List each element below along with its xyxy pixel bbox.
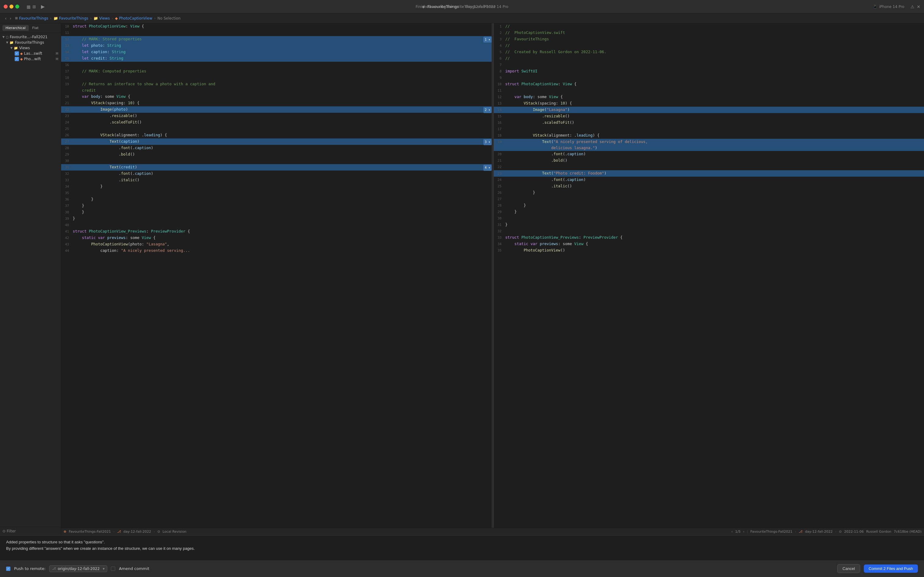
code-line: 25 <box>61 126 492 132</box>
grid-icon[interactable]: ⊞ <box>32 4 36 9</box>
main-content: Hierarchical Flat ▼ ◻ Favourite...–Fall2… <box>0 23 924 535</box>
error-icon[interactable]: ✕ <box>917 4 920 9</box>
amend-checkbox[interactable] <box>111 567 115 571</box>
nav-left[interactable]: ‹ <box>731 530 733 533</box>
tree-file-lasagna[interactable]: ◆ Las...swift M <box>0 51 61 56</box>
tree-folder-views-label: Views <box>19 46 30 50</box>
diff-marker-2[interactable]: 2 ▾ <box>483 107 491 113</box>
breadcrumb-views-icon: 📁 <box>93 16 98 21</box>
tree-group-label: FavouriteThings <box>15 40 44 45</box>
code-line: 30 <box>61 158 492 164</box>
editor-panes: 10 struct PhotoCaptionView: View { 11 12… <box>61 23 924 528</box>
repo-name-left: FavouriteThings-Fall2021 <box>69 530 111 533</box>
photo-badge: M <box>56 58 58 61</box>
code-line: 19 // Returns an interface to show a pho… <box>61 81 492 87</box>
left-editor-pane[interactable]: 10 struct PhotoCaptionView: View { 11 12… <box>61 23 492 528</box>
folder-icon: 📁 <box>10 41 14 45</box>
breadcrumb-project[interactable]: FavouriteThings <box>19 16 48 21</box>
code-line: 43 PhotoCaptionView(photo: "Lasagna", <box>61 241 492 248</box>
branch-selector[interactable]: ⎇ origin/day-12-fall-2022 ▾ <box>49 566 107 572</box>
commit-message-area[interactable]: Added properties to structure so that it… <box>0 535 924 560</box>
breadcrumb-file-icon: ◆ <box>115 16 118 21</box>
tab-flat[interactable]: Flat <box>29 25 42 31</box>
folder-views-icon: 📁 <box>14 46 18 50</box>
close-button[interactable] <box>4 5 8 8</box>
photo-checkbox[interactable] <box>14 57 19 61</box>
code-line: credit <box>61 87 492 93</box>
forward-arrow[interactable]: › <box>8 16 13 21</box>
code-line-highlighted: 14 let caption: String <box>61 49 492 55</box>
code-line: 33 .italic() <box>61 177 492 184</box>
clock-icon-right: ⊙ <box>839 530 842 533</box>
author-right: Russell Gordon <box>866 530 891 533</box>
diff-marker-1[interactable]: 1 ▾ <box>483 37 491 43</box>
tree-folder-views[interactable]: ▼ 📁 Views <box>0 45 61 51</box>
code-line: 10 struct PhotoCaptionView: View { <box>494 81 924 87</box>
tree-project[interactable]: ▼ ◻ Favourite...–Fall2021 <box>0 34 61 40</box>
run-status: Finished running FavouriteThings on iPho… <box>415 5 508 9</box>
code-line: 30 <box>494 215 924 222</box>
breadcrumb-selection: No Selection <box>157 16 180 21</box>
left-status-bar: ⊕ FavouriteThings-Fall2021 › ⎇ day-12-fa… <box>61 528 924 535</box>
sep1: › <box>50 16 52 21</box>
code-line: 29 } <box>494 209 924 215</box>
sidebar-tab-bar: Hierarchical Flat <box>0 23 61 33</box>
code-line: 15 .resizable() <box>494 113 924 119</box>
swift-file-icon: ◆ <box>20 52 23 56</box>
file-tree: ▼ ◻ Favourite...–Fall2021 ▼ 📁 FavouriteT… <box>0 33 61 527</box>
push-to-remote-checkbox[interactable] <box>6 567 10 571</box>
tab-hierarchical[interactable]: Hierarchical <box>2 25 29 31</box>
code-line: 34 } <box>61 184 492 190</box>
tree-project-label: Favourite...–Fall2021 <box>10 35 47 39</box>
code-line: 44 caption: "A nicely presented serving.… <box>61 248 492 254</box>
lasagna-badge: M <box>56 52 58 55</box>
code-line: 32 .font(.caption) <box>61 171 492 177</box>
code-line: 40 <box>61 222 492 228</box>
commit-toolbar: Push to remote: ⎇ origin/day-12-fall-202… <box>0 560 924 577</box>
branch-name-left: day-12-fall-2022 <box>124 530 151 533</box>
commit-button[interactable]: Commit 2 Files and Push <box>864 564 918 573</box>
code-line: 16 <box>61 62 492 68</box>
breadcrumb-group[interactable]: FavouriteThings <box>59 16 88 21</box>
minimize-button[interactable] <box>10 5 13 8</box>
code-line: 24 .font(.caption) <box>494 177 924 183</box>
code-line: 5 // Created by Russell Gordon on 2022-1… <box>494 49 924 55</box>
tree-group-favouritethings[interactable]: ▼ 📁 FavouriteThings <box>0 40 61 45</box>
project-icon: ⊞ <box>15 16 18 20</box>
sidebar: Hierarchical Flat ▼ ◻ Favourite...–Fall2… <box>0 23 61 535</box>
code-line: 35 PhotoCaptionView() <box>494 247 924 254</box>
breadcrumb-views[interactable]: Views <box>99 16 110 21</box>
code-line: 25 .italic() <box>494 183 924 190</box>
code-line: 17 <box>494 126 924 132</box>
code-line-highlighted: 15 let credit: String <box>61 55 492 62</box>
tree-file-photo-label: Pho...wift <box>24 57 53 61</box>
fullscreen-button[interactable] <box>15 5 19 8</box>
warning-icon[interactable]: ⚠ <box>911 4 914 9</box>
nav-right[interactable]: › <box>743 530 744 533</box>
lasagna-checkbox[interactable] <box>14 52 19 56</box>
sidebar-filter-bar: ⊙ Filter <box>0 527 61 535</box>
code-line: 35 <box>61 190 492 196</box>
project-folder-icon: ◻ <box>6 35 8 39</box>
git-branch-icon-right: ⎇ <box>799 530 803 533</box>
back-arrow[interactable]: ‹ <box>4 16 8 21</box>
device-icon: 📱 <box>873 5 877 8</box>
code-line-highlighted: 19 Text("A nicely presented serving of d… <box>494 139 924 151</box>
breadcrumb-file[interactable]: PhotoCaptionView <box>119 16 152 21</box>
right-code: 1 // 2 // PhotoCaptionView.swift 3 // Fa… <box>494 23 924 260</box>
code-line: 6 // <box>494 55 924 62</box>
run-button[interactable]: ▶ <box>41 4 45 10</box>
tree-file-photo[interactable]: ◆ Pho...wift M <box>0 56 61 62</box>
page-count-left: 1/5 <box>735 530 740 533</box>
diff-marker-4[interactable]: 4 ▾ <box>483 165 491 171</box>
sidebar-toggle-icon[interactable]: ▦ <box>27 4 31 9</box>
cancel-button[interactable]: Cancel <box>837 564 860 573</box>
code-line: 10 struct PhotoCaptionView: View { <box>61 23 492 30</box>
diff-marker-3[interactable]: 3 ▾ <box>483 139 491 145</box>
code-line: 24 .scaledToFit() <box>61 119 492 126</box>
git-branch-icon-left: ⎇ <box>117 530 121 533</box>
right-editor-pane[interactable]: 1 // 2 // PhotoCaptionView.swift 3 // Fa… <box>493 23 924 528</box>
code-line: 33 struct PhotoCaptionView_Previews: Pre… <box>494 234 924 241</box>
window-controls <box>4 5 19 8</box>
bottom-panel: Added properties to structure so that it… <box>0 535 924 577</box>
